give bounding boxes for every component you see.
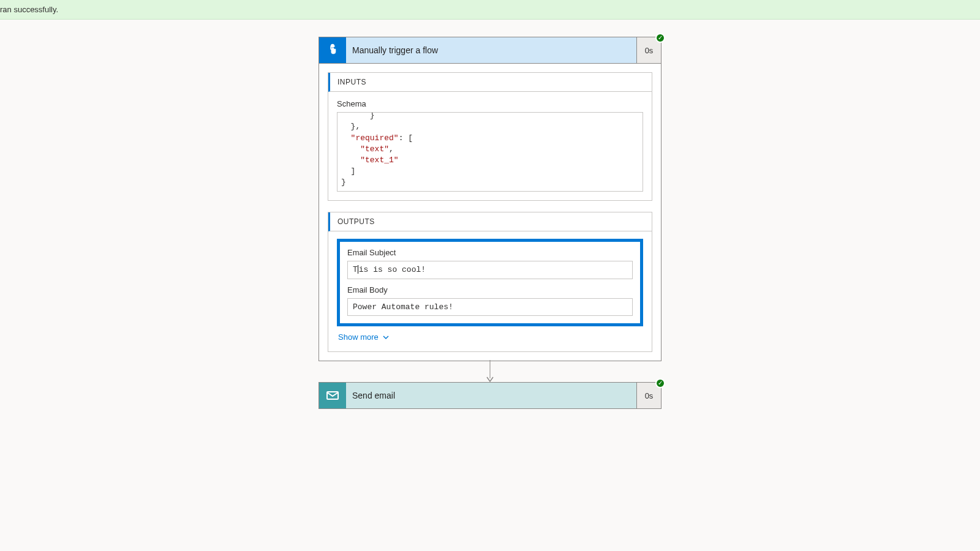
show-more-label: Show more (338, 332, 379, 342)
chevron-down-icon (382, 334, 390, 341)
success-banner: ran successfully. (0, 0, 980, 20)
email-body-value[interactable]: Power Automate rules! (347, 298, 633, 316)
success-check-icon: ✓ (655, 33, 665, 43)
outputs-section: OUTPUTS Email Subject Tis is so cool! Em… (328, 212, 652, 352)
svg-point-0 (331, 45, 334, 47)
show-more-link[interactable]: Show more (337, 326, 390, 343)
trigger-title: Manually trigger a flow (346, 37, 636, 63)
trigger-header[interactable]: Manually trigger a flow 0s (318, 37, 662, 64)
trigger-touch-icon (319, 37, 346, 63)
flow-arrow-connector (490, 361, 491, 383)
trigger-body: INPUTS Schema "x-ms-content-hint": "TEXT… (318, 64, 662, 361)
outputs-highlight-box: Email Subject Tis is so cool! Email Body… (337, 239, 643, 326)
mail-icon (319, 383, 346, 408)
email-subject-value[interactable]: Tis is so cool! (347, 261, 633, 279)
email-body-label: Email Body (347, 285, 633, 294)
trigger-card: ✓ Manually trigger a flow 0s INPUTS Sche… (318, 37, 662, 361)
outputs-section-header: OUTPUTS (328, 212, 652, 231)
send-email-card: ✓ Send email 0s (318, 382, 662, 409)
flow-canvas: ✓ Manually trigger a flow 0s INPUTS Sche… (0, 20, 980, 409)
text-caret-icon (358, 265, 358, 274)
inputs-section-header: INPUTS (328, 73, 652, 92)
success-banner-text: ran successfully. (0, 5, 58, 14)
email-subject-label: Email Subject (347, 248, 633, 257)
inputs-section: INPUTS Schema "x-ms-content-hint": "TEXT… (328, 72, 652, 201)
success-check-icon: ✓ (655, 378, 665, 388)
schema-label: Schema (337, 99, 643, 108)
send-email-header[interactable]: Send email 0s (318, 382, 662, 409)
schema-code-box[interactable]: "x-ms-content-hint": "TEXT" } }, "requir… (337, 112, 643, 192)
send-email-title: Send email (346, 383, 636, 408)
